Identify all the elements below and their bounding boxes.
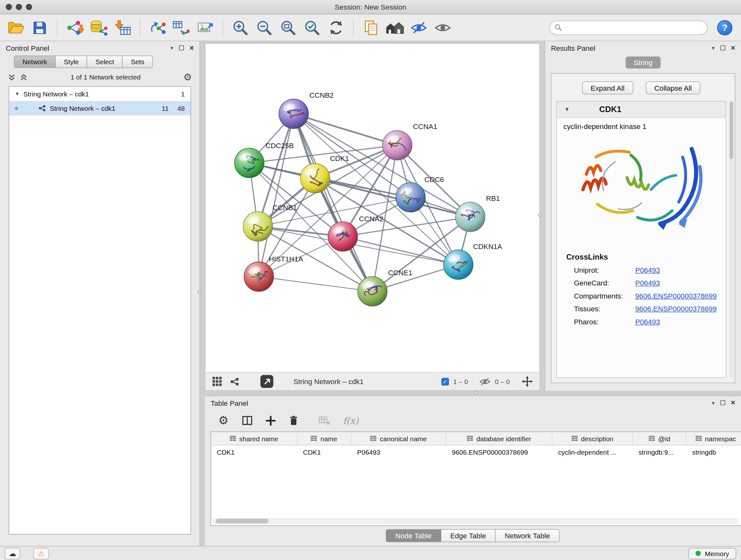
table-row[interactable]: CDK1CDK1P064939606.ENSP00000378699cyclin…: [211, 445, 741, 458]
panel-close-icon[interactable]: ×: [731, 399, 735, 407]
table-options-gear-icon[interactable]: ⚙: [218, 415, 228, 426]
network-node[interactable]: [279, 99, 309, 129]
panel-collapse-icon[interactable]: ▾: [171, 45, 173, 51]
network-node[interactable]: [444, 250, 473, 280]
network-overview-icon[interactable]: [230, 377, 239, 386]
zoom-out-button[interactable]: [253, 17, 275, 39]
column-header[interactable]: @id: [633, 432, 686, 445]
column-header[interactable]: namespac: [686, 432, 741, 445]
column-header[interactable]: name: [297, 432, 352, 445]
expand-all-button[interactable]: Expand All: [582, 81, 633, 95]
grid-view-icon[interactable]: [212, 376, 222, 387]
tab-select[interactable]: Select: [87, 56, 123, 68]
network-node[interactable]: [382, 131, 412, 160]
selected-checkbox-icon[interactable]: [441, 378, 449, 385]
search-box[interactable]: [549, 20, 708, 35]
crosslink-value-link[interactable]: P06493: [635, 266, 660, 274]
protein-collapse-icon[interactable]: ▼: [564, 107, 569, 112]
column-header[interactable]: canonical name: [351, 432, 446, 445]
splitter-handle[interactable]: [475, 391, 478, 395]
window-close-button[interactable]: [6, 4, 12, 10]
network-node[interactable]: [300, 164, 330, 193]
delete-icon[interactable]: [288, 415, 299, 426]
collapse-all-networks-icon[interactable]: [20, 73, 28, 81]
table-horizontal-scrollbar[interactable]: [212, 518, 738, 524]
network-edge[interactable]: [293, 114, 373, 291]
new-network-button[interactable]: [146, 17, 169, 39]
tab-network-table[interactable]: Network Table: [495, 530, 559, 543]
hidden-eye-slash-icon[interactable]: [479, 377, 490, 386]
network-node[interactable]: [358, 276, 387, 306]
network-node[interactable]: [455, 202, 485, 232]
open-session-button[interactable]: [5, 17, 27, 39]
graphics-details-button[interactable]: [384, 17, 406, 39]
export-image-button[interactable]: [194, 17, 216, 39]
network-collection-row[interactable]: ▼ String Network – cdk1 1: [9, 87, 191, 101]
string-tab-badge[interactable]: String: [625, 57, 661, 69]
expand-all-networks-icon[interactable]: [8, 73, 16, 81]
open-in-new-window-button[interactable]: [260, 375, 273, 388]
warnings-button[interactable]: ⚠: [33, 548, 49, 559]
network-node[interactable]: [243, 212, 273, 241]
splitter-handle[interactable]: [198, 290, 202, 294]
window-minimize-button[interactable]: [16, 4, 22, 10]
crosslink-value-link[interactable]: 9606.ENSP00000378699: [635, 305, 717, 313]
zoom-in-button[interactable]: [229, 17, 252, 39]
save-session-button[interactable]: [29, 17, 51, 39]
network-from-table-button[interactable]: [171, 17, 192, 39]
collapse-all-button[interactable]: Collapse All: [646, 81, 700, 95]
results-scrollbar[interactable]: [730, 101, 733, 378]
crosslink-value-link[interactable]: P06493: [635, 318, 660, 326]
network-canvas[interactable]: CCNB2CCNA1CDC25BCDK1CDC6RB1CCNB1CCNA2CDK…: [205, 44, 540, 372]
network-edge[interactable]: [259, 276, 373, 291]
import-network-file-button[interactable]: [64, 17, 86, 39]
network-options-gear-icon[interactable]: ⚙: [184, 72, 192, 82]
hide-details-button[interactable]: [408, 17, 430, 39]
toolbar-separator: [140, 19, 140, 36]
tab-sets[interactable]: Sets: [122, 56, 153, 68]
apply-layout-button[interactable]: [325, 17, 347, 39]
tab-network[interactable]: Network: [14, 56, 56, 68]
help-button[interactable]: ?: [717, 20, 732, 35]
tab-style[interactable]: Style: [55, 56, 87, 68]
column-header[interactable]: shared name: [211, 432, 297, 445]
splitter-handle[interactable]: [538, 213, 542, 217]
panel-collapse-icon[interactable]: ▾: [712, 400, 715, 406]
copy-snapshot-button[interactable]: [360, 17, 382, 39]
show-columns-icon[interactable]: [242, 415, 253, 426]
network-node[interactable]: [234, 148, 264, 178]
network-row[interactable]: String Network – cdk1 11 48: [9, 101, 191, 116]
crosslink-value-link[interactable]: P06493: [635, 279, 660, 287]
window-zoom-button[interactable]: [26, 4, 32, 10]
move-crosshair-icon[interactable]: [522, 376, 533, 387]
column-header[interactable]: description: [552, 432, 633, 445]
tab-node-table[interactable]: Node Table: [386, 530, 441, 543]
panel-close-icon[interactable]: ×: [189, 44, 194, 52]
crosslink-value-link[interactable]: 9606.ENSP00000378699: [635, 292, 717, 300]
collection-expand-icon[interactable]: ▼: [15, 91, 20, 97]
network-edge[interactable]: [259, 114, 293, 276]
import-table-button[interactable]: [112, 17, 134, 39]
node-label: CDC25B: [266, 142, 293, 150]
function-builder-label[interactable]: f(x): [343, 415, 359, 426]
panel-collapse-icon[interactable]: ▾: [712, 45, 715, 51]
refresh-layout-icon: [328, 19, 344, 36]
add-column-icon[interactable]: [266, 415, 276, 426]
column-header[interactable]: database identifier: [446, 432, 552, 445]
network-edge[interactable]: [293, 114, 397, 145]
zoom-selected-button[interactable]: [301, 17, 323, 39]
panel-float-icon[interactable]: [179, 46, 184, 51]
cloud-status-button[interactable]: ☁: [5, 548, 20, 559]
show-details-button[interactable]: [432, 17, 454, 39]
zoom-fit-button[interactable]: [277, 17, 299, 39]
panel-float-icon[interactable]: [720, 400, 725, 405]
network-node[interactable]: [244, 262, 274, 292]
network-node[interactable]: [328, 222, 358, 251]
tab-edge-table[interactable]: Edge Table: [441, 530, 495, 543]
panel-float-icon[interactable]: [720, 46, 725, 51]
memory-button[interactable]: Memory: [689, 548, 736, 559]
network-node[interactable]: [396, 183, 425, 212]
search-input[interactable]: [565, 23, 702, 31]
panel-close-icon[interactable]: ×: [731, 44, 735, 52]
import-network-database-button[interactable]: [88, 17, 110, 39]
